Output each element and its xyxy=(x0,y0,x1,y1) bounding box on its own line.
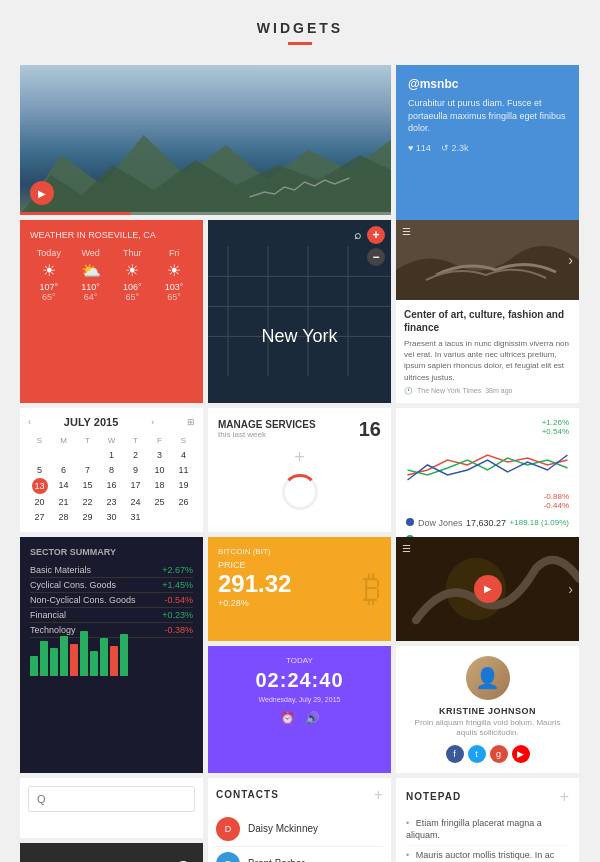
contact-item-brent: B Brent Barber xyxy=(216,847,383,862)
sector-widget: SECTOR SUMMARY Basic Materials +2.67% Cy… xyxy=(20,537,203,773)
weather-widget: WEATHER IN ROSEVILLE, CA Today ☀ 107° 65… xyxy=(20,220,203,403)
services-add-button[interactable]: + xyxy=(218,447,381,468)
cal-day-11[interactable]: 11 xyxy=(172,463,195,477)
stocks-chart xyxy=(406,440,569,490)
notepad-add-button[interactable]: + xyxy=(560,788,569,806)
cal-day-9[interactable]: 9 xyxy=(124,463,147,477)
youtube-button[interactable]: ▶ xyxy=(512,745,530,763)
person-avatar: 👤 xyxy=(466,656,510,700)
cal-day-28[interactable]: 28 xyxy=(52,510,75,524)
cal-day-29[interactable]: 29 xyxy=(76,510,99,524)
weather-title: WEATHER IN ROSEVILLE, CA xyxy=(30,230,193,240)
calculator-widget: 0 C % +/- + 7 8 9 - 4 5 6 x 1 2 3 = xyxy=(20,843,203,862)
contact-item-daisy: D Daisy Mckinney xyxy=(216,812,383,847)
calendar-next[interactable]: › xyxy=(151,417,154,427)
services-subtitle: this last week xyxy=(218,430,316,439)
weather-day-fri: Fri ☀ 103° 65° xyxy=(155,248,193,302)
contacts-title: CONTACTS xyxy=(216,789,279,800)
cal-day-27[interactable]: 27 xyxy=(28,510,51,524)
person-social: f t g ▶ xyxy=(406,745,569,763)
video-play-button[interactable]: ▶ xyxy=(30,181,54,205)
twitter-tweet: Curabitur ut purus diam. Fusce et portae… xyxy=(408,97,567,135)
video2-menu[interactable]: ☰ xyxy=(402,543,411,554)
news-headline: Center of art, culture, fashion and fina… xyxy=(404,308,571,334)
cal-day-19[interactable]: 19 xyxy=(172,478,195,494)
cal-day-20[interactable]: 20 xyxy=(28,495,51,509)
bitcoin-label: BITCOIN (BIT) xyxy=(218,547,381,556)
news-image: › ☰ xyxy=(396,220,579,300)
timer-icons: ⏰ 🔊 xyxy=(218,711,381,725)
cal-day-22[interactable]: 22 xyxy=(76,495,99,509)
facebook-button[interactable]: f xyxy=(446,745,464,763)
contacts-header: CONTACTS + xyxy=(216,786,383,804)
video2-play-button[interactable]: ▶ xyxy=(474,575,502,603)
services-loader xyxy=(218,474,381,510)
timer-sound-icon[interactable]: 🔊 xyxy=(305,711,320,725)
search-input[interactable] xyxy=(28,786,195,812)
notepad-title: NOTEPAD xyxy=(406,791,461,802)
stocks-changes: +1.26% +0.54% xyxy=(406,418,569,436)
calendar-prev[interactable]: ‹ xyxy=(28,417,31,427)
contacts-add-button[interactable]: + xyxy=(374,786,383,804)
cal-day-15[interactable]: 15 xyxy=(76,478,99,494)
cal-day-23[interactable]: 23 xyxy=(100,495,123,509)
services-widget: MANAGE SERVICES this last week 16 + xyxy=(208,408,391,532)
calendar-month: JULY 2015 xyxy=(64,416,118,428)
cal-day-21[interactable]: 21 xyxy=(52,495,75,509)
person-description: Proin aliquam fringilla void bolum. Maur… xyxy=(406,718,569,739)
calendar-grid: SMT WTFS 1 2 3 4 5 6 7 8 9 10 11 13 14 1… xyxy=(28,434,195,524)
bitcoin-change: +0.28% xyxy=(218,598,381,608)
notepad-item-2: • Mauris auctor mollis tristique. In ac … xyxy=(406,846,569,862)
twitter-handle: @msnbc xyxy=(408,77,567,91)
cal-day-1[interactable]: 1 xyxy=(100,448,123,462)
cal-day-13[interactable]: 13 xyxy=(32,478,48,494)
calendar-widget: ‹ JULY 2015 › ⊞ SMT WTFS 1 2 3 4 5 6 7 8… xyxy=(20,408,203,532)
retweet-icon: ↺ 2.3k xyxy=(441,143,469,153)
cal-day-4[interactable]: 4 xyxy=(172,448,195,462)
cal-day-7[interactable]: 7 xyxy=(76,463,99,477)
google-button[interactable]: g xyxy=(490,745,508,763)
twitter-button[interactable]: t xyxy=(468,745,486,763)
bitcoin-main-widget: BITCOIN (BIT) PRICE 291.32 +0.28% ₿ xyxy=(208,537,391,641)
cal-day-3[interactable]: 3 xyxy=(148,448,171,462)
cal-day-25[interactable]: 25 xyxy=(148,495,171,509)
news-time: 38m ago xyxy=(485,387,512,394)
search-widget xyxy=(20,778,203,838)
cal-day-26[interactable]: 26 xyxy=(172,495,195,509)
sector-row-financial: Financial +0.23% xyxy=(30,608,193,623)
cal-day-30[interactable]: 30 xyxy=(100,510,123,524)
cal-day-8[interactable]: 8 xyxy=(100,463,123,477)
cal-day-5[interactable]: 5 xyxy=(28,463,51,477)
timer-alarm-icon[interactable]: ⏰ xyxy=(280,711,295,725)
notepad-widget: NOTEPAD + • Etiam fringilla placerat mag… xyxy=(396,778,579,862)
services-title: MANAGE SERVICES xyxy=(218,419,316,430)
weather-day-thur: Thur ☀ 106° 65° xyxy=(114,248,152,302)
cal-day-6[interactable]: 6 xyxy=(52,463,75,477)
notepad-bullet-1: • xyxy=(406,818,409,828)
sector-row-basic: Basic Materials +2.67% xyxy=(30,563,193,578)
currency-mini-chart xyxy=(216,172,383,202)
cal-day-10[interactable]: 10 xyxy=(148,463,171,477)
news-source: The New York Times xyxy=(417,387,481,394)
cal-day-17[interactable]: 17 xyxy=(124,478,147,494)
video-progress-fill xyxy=(20,212,131,215)
news-meta: 🕐 The New York Times 38m ago xyxy=(404,387,571,395)
cal-day-2[interactable]: 2 xyxy=(124,448,147,462)
cal-day-16[interactable]: 16 xyxy=(100,478,123,494)
cal-day-31[interactable]: 31 xyxy=(124,510,147,524)
cal-day-24[interactable]: 24 xyxy=(124,495,147,509)
page-title-section: WIDGETS xyxy=(257,20,343,45)
news-widget: › ☰ Center of art, culture, fashion and … xyxy=(396,220,579,403)
services-count: 16 xyxy=(359,418,381,441)
bitcoin-price: 291.32 xyxy=(218,570,381,598)
video2-nav-right[interactable]: › xyxy=(568,581,573,597)
calendar-header: ‹ JULY 2015 › ⊞ xyxy=(28,416,195,428)
video2-widget: ▶ › ☰ xyxy=(396,537,579,641)
sector-row-cyclical: Cyclical Cons. Goods +1.45% xyxy=(30,578,193,593)
cal-day-18[interactable]: 18 xyxy=(148,478,171,494)
timer-label: TODAY xyxy=(218,656,381,665)
news-menu: ☰ xyxy=(402,226,411,237)
calendar-grid-icon: ⊞ xyxy=(187,417,195,427)
map-widget: + − ⌕ New York xyxy=(208,220,391,403)
cal-day-14[interactable]: 14 xyxy=(52,478,75,494)
